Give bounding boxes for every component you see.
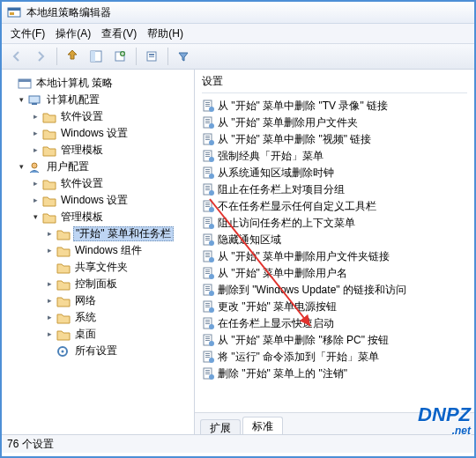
setting-item[interactable]: 从 "开始" 菜单中删除 "视频" 链接 <box>195 130 474 147</box>
show-hide-button[interactable] <box>85 46 108 67</box>
setting-item[interactable]: 从 "开始" 菜单中删除 "移除 PC" 按钮 <box>195 331 474 348</box>
svg-rect-44 <box>205 188 210 188</box>
menu-action[interactable]: 操作(A) <box>50 25 96 42</box>
tree-all-settings[interactable]: 所有设置 <box>5 343 194 359</box>
title-bar: 本地组策略编辑器 <box>2 2 474 24</box>
setting-item[interactable]: 更改 "开始" 菜单电源按钮 <box>195 298 474 314</box>
svg-rect-70 <box>205 273 210 274</box>
svg-rect-90 <box>205 340 210 341</box>
tree-user-software[interactable]: 软件设置 <box>5 175 194 192</box>
svg-rect-30 <box>205 139 210 140</box>
svg-rect-60 <box>205 240 210 240</box>
setting-item[interactable]: 不在任务栏显示任何自定义工具栏 <box>195 197 474 214</box>
svg-rect-69 <box>205 271 210 272</box>
menu-help[interactable]: 帮助(H) <box>142 25 189 42</box>
svg-rect-48 <box>205 203 210 203</box>
tree-start-taskbar[interactable]: "开始" 菜单和任务栏 <box>5 225 194 242</box>
svg-rect-74 <box>205 288 210 289</box>
svg-point-16 <box>62 350 64 352</box>
setting-item[interactable]: 从 "开始" 菜单删除用户文件夹 <box>195 114 474 130</box>
tree-comp-windows[interactable]: Windows 设置 <box>5 125 194 142</box>
tree-comp-templates[interactable]: 管理模板 <box>5 142 194 159</box>
svg-point-76 <box>209 291 214 296</box>
menu-bar[interactable]: 文件(F) 操作(A) 查看(V) 帮助(H) <box>2 24 474 44</box>
svg-rect-2 <box>10 12 14 15</box>
tree-user-config[interactable]: 用户配置 <box>5 159 194 175</box>
setting-item[interactable]: 从 "开始" 菜单中删除 "TV 录像" 链接 <box>195 97 474 114</box>
policy-icon <box>202 233 214 246</box>
svg-point-14 <box>32 163 37 168</box>
setting-item[interactable]: 隐藏通知区域 <box>195 231 474 247</box>
policy-icon <box>202 200 214 212</box>
setting-item[interactable]: 阻止在任务栏上对项目分组 <box>195 181 474 197</box>
setting-item[interactable]: 将 "运行" 命令添加到「开始」菜单 <box>195 348 474 365</box>
svg-rect-54 <box>205 221 210 222</box>
tree-desktop[interactable]: 桌面 <box>5 326 194 343</box>
setting-label: 不在任务栏显示任何自定义工具栏 <box>218 200 376 212</box>
tree-network[interactable]: 网络 <box>5 292 194 309</box>
svg-rect-24 <box>205 121 210 122</box>
setting-label: 从 "开始" 菜单中删除用户名 <box>218 267 347 279</box>
svg-point-21 <box>209 107 214 112</box>
brand-sub: .net <box>418 425 471 437</box>
tree-windows-components[interactable]: Windows 组件 <box>5 242 194 259</box>
svg-rect-79 <box>205 305 210 306</box>
tab-standard[interactable]: 标准 <box>242 417 283 434</box>
setting-item[interactable]: 删除 "开始" 菜单上的 "注销" <box>195 365 474 381</box>
tree-label: 网络 <box>73 294 98 307</box>
tree-system[interactable]: 系统 <box>5 309 194 326</box>
tree-pane[interactable]: 本地计算机 策略 计算机配置 软件设置 Windows 设置 管理模板 用户配置… <box>2 70 195 434</box>
setting-item[interactable]: 从 "开始" 菜单中删除用户文件夹链接 <box>195 247 474 264</box>
svg-rect-64 <box>205 255 210 255</box>
tree-comp-software[interactable]: 软件设置 <box>5 108 194 125</box>
tree-computer-config[interactable]: 计算机配置 <box>5 92 194 108</box>
svg-point-26 <box>209 123 214 129</box>
tree-user-templates[interactable]: 管理模板 <box>5 209 194 225</box>
up-button[interactable] <box>61 46 84 67</box>
settings-list[interactable]: 从 "开始" 菜单中删除 "TV 录像" 链接从 "开始" 菜单删除用户文件夹从… <box>195 97 474 413</box>
svg-point-36 <box>209 157 214 162</box>
setting-item[interactable]: 从系统通知区域删除时钟 <box>195 164 474 181</box>
setting-item[interactable]: 阻止访问任务栏的上下文菜单 <box>195 214 474 231</box>
svg-rect-68 <box>205 270 210 270</box>
tab-extended[interactable]: 扩展 <box>200 419 241 434</box>
svg-rect-53 <box>205 219 210 220</box>
svg-rect-25 <box>205 122 210 123</box>
menu-file[interactable]: 文件(F) <box>5 25 50 42</box>
forward-button[interactable] <box>29 46 52 67</box>
status-bar: 76 个设置 <box>2 434 474 453</box>
policy-icon <box>202 351 214 363</box>
svg-point-66 <box>209 257 214 262</box>
tree-label: 本地计算机 策略 <box>34 77 115 89</box>
back-button[interactable] <box>5 46 28 67</box>
status-count: 76 个设置 <box>7 438 54 450</box>
svg-rect-75 <box>205 290 210 291</box>
tree-shared-folders[interactable]: 共享文件夹 <box>5 259 194 276</box>
setting-label: 在任务栏上显示快速启动 <box>218 317 334 329</box>
column-header[interactable]: 设置 <box>195 70 474 97</box>
tree-label: Windows 组件 <box>73 244 144 256</box>
setting-label: 隐藏通知区域 <box>218 233 281 246</box>
setting-item[interactable]: 从 "开始" 菜单中删除用户名 <box>195 264 474 281</box>
tree-user-windows[interactable]: Windows 设置 <box>5 192 194 209</box>
menu-view[interactable]: 查看(V) <box>96 25 142 42</box>
svg-rect-78 <box>205 303 210 304</box>
svg-rect-55 <box>205 223 210 224</box>
setting-item[interactable]: 删除到 "Windows Update" 的链接和访问 <box>195 281 474 298</box>
svg-rect-100 <box>205 373 210 374</box>
tree-label: "开始" 菜单和任务栏 <box>73 226 174 240</box>
setting-label: 从 "开始" 菜单中删除用户文件夹链接 <box>218 250 390 262</box>
setting-item[interactable]: 在任务栏上显示快速启动 <box>195 314 474 331</box>
svg-point-41 <box>209 174 214 179</box>
tree-root[interactable]: 本地计算机 策略 <box>5 75 194 92</box>
svg-point-51 <box>209 207 214 212</box>
export-button[interactable] <box>108 46 131 67</box>
properties-button[interactable] <box>140 46 163 67</box>
svg-rect-11 <box>19 79 31 82</box>
tree-control-panel[interactable]: 控制面板 <box>5 276 194 292</box>
filter-button[interactable] <box>172 46 195 67</box>
setting-item[interactable]: 强制经典「开始」菜单 <box>195 147 474 164</box>
svg-point-81 <box>209 307 214 313</box>
svg-rect-84 <box>205 321 210 322</box>
policy-icon <box>202 284 214 296</box>
